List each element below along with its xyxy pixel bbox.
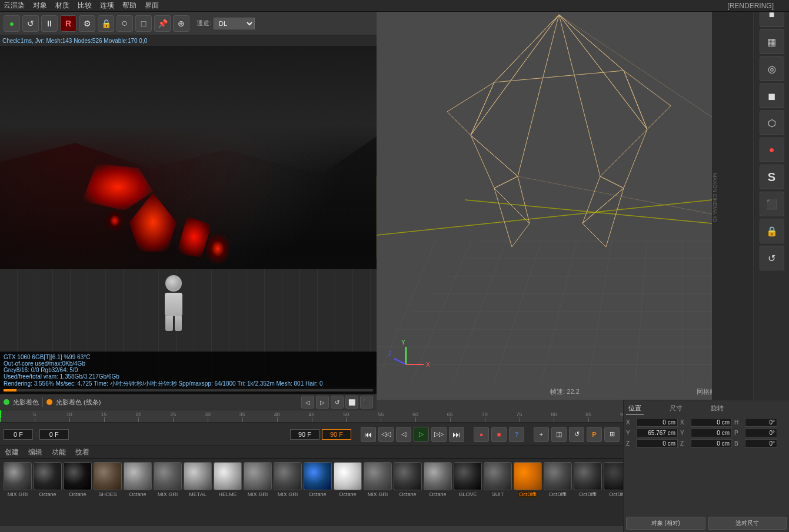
- transport-prev[interactable]: ◁: [396, 427, 411, 442]
- bottom-menu-create[interactable]: 创建: [5, 447, 19, 457]
- menu-compare[interactable]: 比较: [78, 1, 92, 11]
- material-item-10[interactable]: Octane: [304, 462, 332, 497]
- right-icon-hex[interactable]: ⬡: [760, 111, 784, 135]
- bottom-menu-function[interactable]: 功能: [52, 447, 66, 457]
- prop-x-pos[interactable]: [637, 418, 678, 427]
- material-item-7[interactable]: HELME: [214, 462, 242, 497]
- material-item-16[interactable]: SUIT: [484, 462, 512, 497]
- bottom-menu-edit[interactable]: 编辑: [28, 447, 42, 457]
- right-icon-red[interactable]: ●: [760, 138, 784, 162]
- material-item-0[interactable]: MIX GRI: [4, 462, 32, 497]
- transport-record[interactable]: ●: [474, 427, 489, 442]
- transport-loop[interactable]: ↺: [569, 427, 584, 442]
- toolbar-icon-play[interactable]: ●: [4, 15, 20, 32]
- material-item-8[interactable]: MIX GRI: [244, 462, 272, 497]
- menu-interface[interactable]: 界面: [145, 1, 159, 11]
- material-item-5[interactable]: MIX GRI: [154, 462, 182, 497]
- transport-stop[interactable]: ■: [491, 427, 507, 442]
- prop-p-val[interactable]: [745, 429, 777, 437]
- transport-play[interactable]: ▷: [414, 427, 429, 442]
- channel-dropdown[interactable]: DL Beauty Diffuse: [214, 18, 255, 29]
- prop-btn-object-relative[interactable]: 对象 (相对): [626, 517, 705, 530]
- prop-tab-position[interactable]: 位置: [626, 403, 644, 414]
- material-item-18[interactable]: OctDiffi: [544, 462, 572, 497]
- toolbar-icon-r[interactable]: R: [60, 15, 76, 32]
- toolbar-icon-lock[interactable]: 🔒: [98, 15, 114, 32]
- toolbar-icon-pause[interactable]: ⏸: [41, 15, 58, 32]
- right-icon-lock2[interactable]: 🔒: [760, 219, 784, 243]
- light-label-1[interactable]: 光影着色: [13, 398, 39, 407]
- right-icon-rotate[interactable]: ↺: [760, 246, 784, 270]
- timeline[interactable]: 051015202530354045505560657075808590: [0, 410, 623, 422]
- end-frame-a[interactable]: [290, 429, 319, 440]
- material-item-3[interactable]: SHOES: [94, 462, 122, 497]
- timeline-ruler[interactable]: 051015202530354045505560657075808590: [0, 410, 623, 422]
- menu-yunrender[interactable]: 云渲染: [4, 1, 25, 11]
- right-icon-s[interactable]: S: [760, 165, 784, 189]
- material-label-0: MIX GRI: [8, 491, 28, 497]
- prop-p-label: P: [734, 430, 743, 436]
- prop-b-val[interactable]: [745, 439, 777, 448]
- prop-x-size-val[interactable]: [691, 418, 732, 427]
- right-icon-grid[interactable]: ▦: [760, 29, 784, 54]
- timeline-tick-40: [277, 417, 278, 422]
- material-item-6[interactable]: METAL: [184, 462, 212, 497]
- material-label-11: Octane: [339, 491, 356, 497]
- transport-key[interactable]: +: [534, 427, 549, 442]
- transport-end[interactable]: ⏭: [449, 427, 464, 442]
- timeline-tick-50: [346, 417, 347, 422]
- transport-prev-key[interactable]: ◁◁: [378, 427, 394, 442]
- material-item-2[interactable]: Octane: [64, 462, 92, 497]
- prop-y-pos[interactable]: [637, 429, 678, 437]
- material-item-19[interactable]: OctDiffi: [574, 462, 602, 497]
- material-item-12[interactable]: MIX GRI: [364, 462, 392, 497]
- right-icon-magnet[interactable]: ⬛: [760, 192, 784, 216]
- transport-info[interactable]: ?: [509, 427, 524, 442]
- menu-options[interactable]: 连项: [100, 1, 114, 11]
- toolbar-icon-square[interactable]: □: [135, 15, 152, 32]
- toolbar-icon-settings[interactable]: ⚙: [79, 15, 95, 32]
- prop-tab-size[interactable]: 尺寸: [667, 403, 685, 414]
- menu-object[interactable]: 对象: [33, 1, 47, 11]
- toolbar-icon-sphere[interactable]: ○: [116, 15, 133, 32]
- light-btn-5[interactable]: ⬛: [360, 396, 373, 409]
- material-thumb-10: [304, 462, 332, 490]
- light-btn-4[interactable]: ⬜: [345, 396, 358, 409]
- toolbar-icon-pin[interactable]: 📌: [154, 15, 171, 32]
- prop-z-size-val[interactable]: [691, 439, 732, 448]
- light-label-2[interactable]: 光影着色 (线条): [56, 398, 101, 407]
- right-icon-circle[interactable]: ◎: [760, 56, 784, 81]
- prop-h-val[interactable]: [745, 418, 777, 427]
- material-item-15[interactable]: GLOVE: [454, 462, 482, 497]
- material-item-11[interactable]: Octane: [334, 462, 362, 497]
- menu-material[interactable]: 材质: [55, 1, 69, 11]
- light-btn-2[interactable]: ▷: [316, 396, 329, 409]
- bottom-menu-texture[interactable]: 纹着: [75, 447, 89, 457]
- material-item-13[interactable]: Octane: [394, 462, 422, 497]
- end-frame-b[interactable]: [322, 429, 351, 440]
- transport-start[interactable]: ⏮: [361, 427, 376, 442]
- transport-next[interactable]: ▷▷: [431, 427, 447, 442]
- material-item-9[interactable]: MIX GRI: [274, 462, 302, 497]
- prop-tab-rotation[interactable]: 旋转: [708, 403, 726, 414]
- frame-input[interactable]: [39, 429, 69, 440]
- light-btn-1[interactable]: ◁: [301, 396, 314, 409]
- material-item-1[interactable]: Octane: [34, 462, 62, 497]
- material-item-14[interactable]: Octane: [424, 462, 452, 497]
- light-btn-3[interactable]: ↺: [331, 396, 344, 409]
- prop-z-pos[interactable]: [637, 439, 678, 448]
- prop-btn-select-size[interactable]: 选对尺寸: [708, 517, 787, 530]
- current-frame-field[interactable]: [4, 429, 33, 440]
- material-item-17[interactable]: OctDiffi: [514, 462, 542, 497]
- transport-octane[interactable]: P: [587, 427, 602, 442]
- right-icon-box[interactable]: ◼: [760, 83, 784, 108]
- timeline-label-5: 5: [33, 411, 36, 417]
- toolbar-icon-refresh[interactable]: ↺: [22, 15, 39, 32]
- menu-help[interactable]: 帮助: [122, 1, 137, 11]
- material-item-20[interactable]: OctDiffi: [604, 462, 623, 497]
- prop-y-size-val[interactable]: [691, 429, 732, 437]
- transport-cam[interactable]: ◫: [551, 427, 567, 442]
- material-item-4[interactable]: Octane: [124, 462, 152, 497]
- transport-grid[interactable]: ⊞: [604, 427, 620, 442]
- toolbar-icon-target[interactable]: ⊕: [173, 15, 189, 32]
